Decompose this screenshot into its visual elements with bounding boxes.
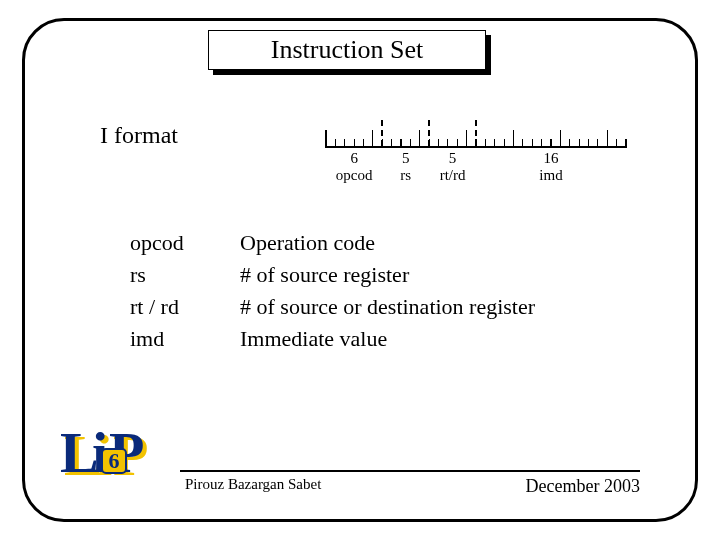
ruler-tick-major (560, 130, 561, 148)
field-name: opcod (326, 167, 382, 184)
definition-desc: # of source or destination register (240, 294, 535, 320)
definition-row: imdImmediate value (130, 326, 535, 352)
ruler-tick-minor (625, 139, 626, 148)
definition-row: rs# of source register (130, 262, 535, 288)
ruler-tick-minor (363, 139, 364, 148)
title-text: Instruction Set (271, 35, 423, 65)
ruler-tick-minor (494, 139, 495, 148)
ruler-tick-minor (532, 139, 533, 148)
ruler-tick-minor (569, 139, 570, 148)
footer-date: December 2003 (526, 476, 640, 497)
ruler-tick-minor (541, 139, 542, 148)
ruler-tick-major (325, 130, 326, 148)
definitions-list: opcodOperation coders# of source registe… (130, 230, 535, 358)
definition-term: imd (130, 326, 240, 352)
format-label: I format (100, 122, 178, 149)
field-bits: 6 (326, 150, 382, 167)
ruler-tick-minor (391, 139, 392, 148)
title-box: Instruction Set (208, 30, 486, 70)
definition-term: rs (130, 262, 240, 288)
ruler-tick-major (372, 130, 373, 148)
field-bits: 16 (476, 150, 626, 167)
ruler-tick-minor (457, 139, 458, 148)
definition-term: rt / rd (130, 294, 240, 320)
field-label: 16imd (476, 150, 626, 185)
ruler-tick-minor (522, 139, 523, 148)
definition-desc: Operation code (240, 230, 375, 256)
ruler-tick-minor (616, 139, 617, 148)
logo-badge: 6 (109, 448, 120, 473)
ruler-tick-major (513, 130, 514, 148)
ruler-tick-minor (504, 139, 505, 148)
bitfield-ruler (326, 120, 626, 148)
field-boundary (381, 120, 383, 146)
title: Instruction Set (208, 30, 486, 70)
ruler-tick-minor (447, 139, 448, 148)
definition-desc: # of source register (240, 262, 409, 288)
lip6-logo: L i P L i P 6 (60, 420, 160, 490)
ruler-tick-minor (579, 139, 580, 148)
field-boundary (475, 120, 477, 146)
definition-term: opcod (130, 230, 240, 256)
field-boundary (428, 120, 430, 146)
field-label: 5rt/rd (429, 150, 476, 185)
ruler-tick-minor (410, 139, 411, 148)
ruler-tick-minor (438, 139, 439, 148)
footer-divider (180, 470, 640, 472)
ruler-tick-major (607, 130, 608, 148)
field-name: rs (382, 167, 429, 184)
ruler-tick-minor (344, 139, 345, 148)
ruler-tick-minor (335, 139, 336, 148)
ruler-tick-minor (550, 139, 551, 148)
field-label: 6opcod (326, 150, 382, 185)
ruler-tick-minor (597, 139, 598, 148)
ruler-tick-minor (485, 139, 486, 148)
ruler-tick-minor (588, 139, 589, 148)
field-bits: 5 (382, 150, 429, 167)
ruler-tick-major (466, 130, 467, 148)
definition-row: rt / rd# of source or destination regist… (130, 294, 535, 320)
footer-author: Pirouz Bazargan Sabet (185, 476, 321, 493)
field-name: imd (476, 167, 626, 184)
ruler-tick-minor (354, 139, 355, 148)
field-label: 5rs (382, 150, 429, 185)
ruler-tick-major (419, 130, 420, 148)
field-bits: 5 (429, 150, 476, 167)
definition-desc: Immediate value (240, 326, 387, 352)
ruler-tick-minor (400, 139, 401, 148)
definition-row: opcodOperation code (130, 230, 535, 256)
field-name: rt/rd (429, 167, 476, 184)
